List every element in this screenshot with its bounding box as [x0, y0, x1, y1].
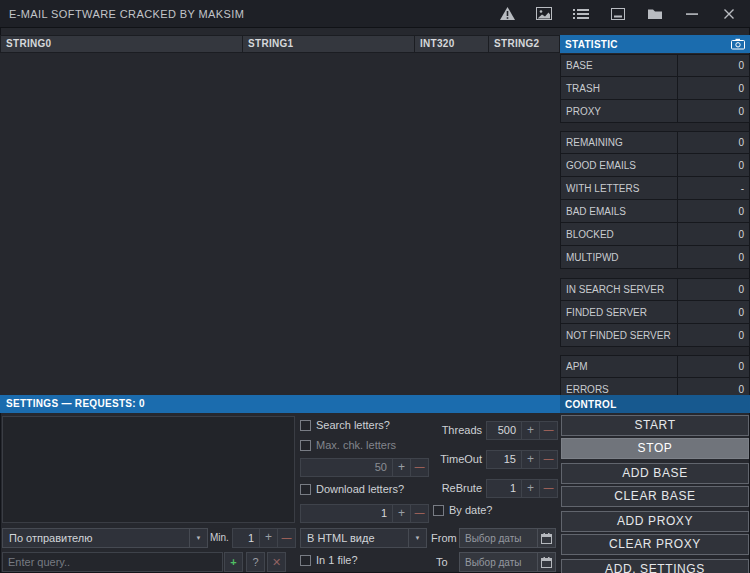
checkbox-box[interactable] — [300, 555, 311, 566]
stepper-value[interactable]: 50 — [301, 459, 392, 476]
min-label: Min. — [210, 532, 229, 543]
select-value: По отправителю — [3, 532, 189, 544]
stat-label: FINDED SERVER — [561, 301, 678, 323]
stat-row: MULTIPWD 0 — [560, 246, 750, 269]
stat-row: WITH LETTERS - — [560, 177, 750, 200]
stepper-increase-button[interactable]: + — [392, 505, 410, 522]
stat-label: TRASH — [561, 77, 678, 99]
checkbox-label: Download letters? — [316, 483, 404, 495]
stat-label: WITH LETTERS — [561, 177, 678, 199]
stepper-increase-button[interactable]: + — [259, 529, 277, 547]
close-button[interactable] — [720, 5, 738, 23]
stat-label: BLOCKED — [561, 223, 678, 245]
from-label: From — [431, 532, 457, 544]
format-select[interactable]: В HTML виде ▼ — [300, 528, 427, 548]
query-input[interactable] — [2, 552, 223, 572]
timeout-stepper: 15 + — — [486, 450, 558, 469]
search-letters-checkbox[interactable]: Search letters? — [300, 419, 390, 431]
stat-label: REMAINING — [561, 132, 678, 153]
settings-panel: Search letters? Max. chk. letters 50 + —… — [0, 413, 560, 573]
control-panel: START STOP ADD BASE CLEAR BASE ADD PROXY… — [560, 413, 750, 573]
image-export-icon[interactable] — [535, 5, 553, 23]
checkbox-box[interactable] — [433, 505, 444, 516]
max-chk-letters-checkbox[interactable]: Max. chk. letters — [300, 439, 396, 451]
add-query-button[interactable]: + — [224, 552, 243, 572]
stat-value: 0 — [678, 55, 749, 76]
add-base-button[interactable]: ADD BASE — [561, 463, 749, 484]
calendar-icon[interactable] — [537, 529, 555, 547]
stepper-increase-button[interactable]: + — [521, 422, 539, 439]
add-settings-button[interactable]: ADD. SETTINGS — [561, 559, 749, 573]
stat-row: APM 0 — [560, 355, 750, 378]
stat-group-emails: REMAINING 0 GOOD EMAILS 0 WITH LETTERS -… — [560, 131, 750, 269]
by-date-checkbox[interactable]: By date? — [433, 504, 492, 516]
queries-list[interactable] — [2, 416, 295, 523]
clear-query-button[interactable]: ✕ — [267, 552, 286, 572]
stepper-decrease-button[interactable]: — — [277, 529, 295, 547]
stat-label: PROXY — [561, 100, 678, 122]
checkbox-box[interactable] — [300, 440, 311, 451]
stat-label: MULTIPWD — [561, 246, 678, 268]
statistic-header: STATISTIC — [560, 35, 750, 53]
column-header[interactable]: STRING1 — [243, 35, 415, 53]
column-header[interactable]: INT320 — [415, 35, 489, 53]
rebrute-stepper: 1 + — — [486, 479, 558, 498]
stat-value: 0 — [678, 246, 749, 268]
stepper-value[interactable]: 1 — [301, 505, 392, 522]
chevron-down-icon[interactable]: ▼ — [408, 529, 426, 547]
checkbox-box[interactable] — [300, 420, 311, 431]
list-icon[interactable] — [572, 5, 590, 23]
column-header[interactable]: STRING0 — [0, 35, 243, 53]
to-date-picker[interactable]: Выбор даты — [459, 552, 556, 572]
titlebar: E-MAIL SOFTWARE CRACKED BY MAKSIM — [0, 0, 750, 28]
stepper-value[interactable]: 1 — [233, 529, 259, 547]
results-table-header: STRING0 STRING1 INT320 STRING2 — [0, 35, 560, 53]
stepper-increase-button[interactable]: + — [521, 451, 539, 468]
select-value: В HTML виде — [301, 532, 408, 544]
stepper-decrease-button[interactable]: — — [539, 422, 557, 439]
stepper-decrease-button[interactable]: — — [539, 451, 557, 468]
camera-icon[interactable] — [731, 38, 745, 50]
stat-label: APM — [561, 356, 678, 377]
checkbox-box[interactable] — [300, 484, 311, 495]
stop-button[interactable]: STOP — [561, 438, 749, 459]
stepper-decrease-button[interactable]: — — [410, 505, 428, 522]
stepper-value[interactable]: 15 — [487, 451, 521, 468]
stepper-increase-button[interactable]: + — [521, 480, 539, 497]
timeout-label: TimeOut — [428, 453, 482, 465]
stepper-value[interactable]: 1 — [487, 480, 521, 497]
sender-filter-select[interactable]: По отправителю ▼ — [2, 528, 208, 548]
download-count-stepper: 1 + — — [300, 504, 429, 523]
warning-icon[interactable] — [498, 5, 516, 23]
tray-window-icon[interactable] — [609, 5, 627, 23]
statistic-title: STATISTIC — [565, 39, 731, 50]
clear-base-button[interactable]: CLEAR BASE — [561, 486, 749, 507]
folder-icon[interactable] — [646, 5, 664, 23]
stepper-value[interactable]: 500 — [487, 422, 521, 439]
clear-proxy-button[interactable]: CLEAR PROXY — [561, 534, 749, 555]
results-area[interactable] — [0, 53, 560, 395]
settings-header: SETTINGS — REQUESTS: 0 — [0, 395, 560, 413]
minimize-button[interactable] — [683, 5, 701, 23]
stepper-increase-button[interactable]: + — [392, 459, 410, 476]
in-one-file-checkbox[interactable]: In 1 file? — [300, 554, 358, 566]
window-title: E-MAIL SOFTWARE CRACKED BY MAKSIM — [0, 8, 244, 20]
checkbox-label: Search letters? — [316, 419, 390, 431]
chevron-down-icon[interactable]: ▼ — [189, 529, 207, 547]
help-button[interactable]: ? — [246, 552, 265, 572]
start-button[interactable]: START — [561, 415, 749, 436]
calendar-icon[interactable] — [537, 553, 555, 571]
control-header: CONTROL — [560, 395, 750, 413]
app-window: E-MAIL SOFTWARE CRACKED BY MAKSIM — [0, 0, 750, 573]
download-letters-checkbox[interactable]: Download letters? — [300, 483, 404, 495]
stat-label: IN SEARCH SERVER — [561, 279, 678, 300]
from-date-picker[interactable]: Выбор даты — [459, 528, 556, 548]
stat-row: GOOD EMAILS 0 — [560, 154, 750, 177]
column-header[interactable]: STRING2 — [489, 35, 560, 53]
add-proxy-button[interactable]: ADD PROXY — [561, 511, 749, 532]
stepper-decrease-button[interactable]: — — [410, 459, 428, 476]
stat-value: 0 — [678, 100, 749, 122]
stat-group-base: BASE 0 TRASH 0 PROXY 0 — [560, 54, 750, 123]
max-letters-stepper: 50 + — — [300, 458, 429, 477]
stepper-decrease-button[interactable]: — — [539, 480, 557, 497]
